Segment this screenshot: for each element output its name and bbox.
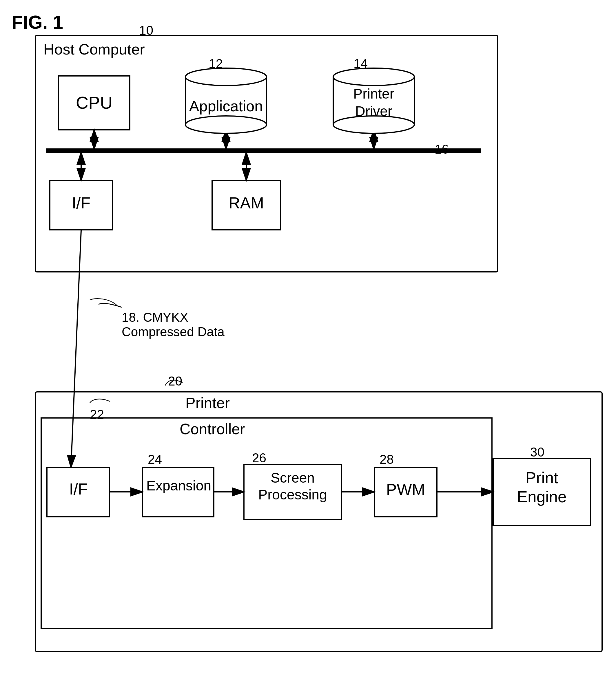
- pwm-label: PWM: [380, 480, 432, 499]
- cpu-label: CPU: [64, 93, 125, 113]
- controller-box: [41, 417, 493, 629]
- ref-12: 12: [209, 57, 223, 71]
- host-computer-box: [35, 35, 498, 272]
- ref-24: 24: [148, 452, 162, 467]
- expansion-label: Expansion: [146, 478, 210, 494]
- controller-label: Controller: [180, 420, 245, 438]
- screen-processing-label: ScreenProcessing: [248, 470, 338, 503]
- ref-30: 30: [530, 445, 544, 459]
- ram-label: RAM: [219, 193, 274, 212]
- ref-28: 28: [380, 452, 394, 467]
- cmykx-label: 18. CMYKXCompressed Data: [122, 310, 225, 339]
- ref-22: 22: [90, 407, 104, 422]
- if-printer-label: I/F: [53, 480, 104, 498]
- bus-line-top: [46, 148, 481, 151]
- print-engine-label: PrintEngine: [498, 468, 585, 507]
- bus-line: [46, 151, 481, 153]
- figure-title: FIG. 1: [12, 12, 63, 33]
- printer-label: Printer: [185, 394, 230, 412]
- ref-14: 14: [354, 57, 368, 71]
- host-computer-label: Host Computer: [43, 41, 145, 58]
- if-host-label: I/F: [57, 193, 106, 212]
- ref-20: 20: [168, 374, 182, 388]
- ref-26: 26: [252, 451, 266, 465]
